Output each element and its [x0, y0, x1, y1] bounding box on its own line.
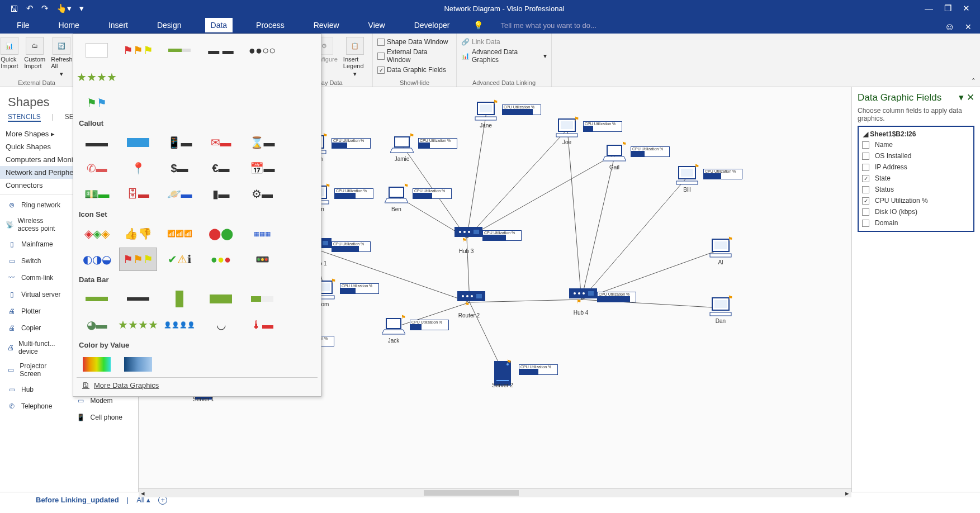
- tab-home[interactable]: Home: [53, 18, 85, 32]
- iconset-thumbs[interactable]: 👍👎: [119, 222, 157, 245]
- shape-comm-link[interactable]: 〰Comm-link: [0, 269, 69, 286]
- tab-review[interactable]: Review: [308, 18, 345, 32]
- gallery-item-flags2[interactable]: ⚑⚑: [78, 91, 116, 115]
- callout-text[interactable]: ▬▬: [78, 131, 116, 154]
- node-jane[interactable]: ⚑Jane: [474, 101, 498, 129]
- undo-icon[interactable]: ↶: [26, 3, 34, 13]
- dgf-source[interactable]: ◢ Sheet1$B2:I26: [861, 129, 971, 139]
- callout-planet[interactable]: 🪐▬: [160, 182, 198, 206]
- shape-plotter[interactable]: 🖨Plotter: [0, 303, 69, 320]
- shape-projector-screen[interactable]: ▭Projector Screen: [0, 359, 69, 381]
- tab-stencils[interactable]: STENCILS: [8, 113, 41, 122]
- gallery-item-stars[interactable]: ★★★★: [78, 65, 116, 89]
- callout-calendar[interactable]: 📅▬: [243, 156, 281, 180]
- shape-wireless-ap[interactable]: 📡Wireless access point: [0, 213, 69, 236]
- node-router2[interactable]: ⚑Router 2: [457, 291, 481, 319]
- callout-call[interactable]: ✆▬: [78, 156, 116, 180]
- iconset-status[interactable]: ✔⚠ℹ: [160, 248, 198, 271]
- node-gail[interactable]: ⚑Gail: [603, 143, 626, 170]
- gallery-item-bar2[interactable]: ▬ ▬: [202, 39, 240, 62]
- gallery-item-bar1[interactable]: [160, 39, 198, 62]
- callout-dollar[interactable]: $▬: [160, 156, 198, 180]
- touch-icon[interactable]: 👆▾: [56, 3, 72, 13]
- tab-data[interactable]: Data: [205, 18, 233, 32]
- quick-import-button[interactable]: 📊Quick Import: [0, 36, 20, 70]
- callout-money[interactable]: 💵▬: [78, 182, 116, 206]
- shape-copier[interactable]: 🖨Copier: [0, 320, 69, 336]
- iconset-lights[interactable]: 🚥: [243, 248, 281, 271]
- databar-5[interactable]: [243, 287, 281, 311]
- tab-process[interactable]: Process: [250, 18, 290, 32]
- shape-switch[interactable]: ▭Switch: [0, 253, 69, 269]
- gallery-item-dots[interactable]: ●●○○: [243, 39, 281, 62]
- dgf-field-cpu-utilization-[interactable]: ✓CPU Utilization %: [861, 195, 971, 206]
- shape-ring-network[interactable]: ⊚Ring network: [0, 197, 69, 213]
- callout-phone[interactable]: 📱▬: [160, 131, 198, 154]
- callout-database[interactable]: 🗄▬: [119, 182, 157, 206]
- node-jack[interactable]: ⚑Jack: [382, 316, 405, 344]
- dgf-field-ip-address[interactable]: IP Address: [861, 162, 971, 173]
- tab-file[interactable]: File: [11, 18, 35, 32]
- callout-fill[interactable]: [119, 131, 157, 154]
- restore-icon[interactable]: ❐: [944, 3, 951, 13]
- node-bill[interactable]: ⚑Bill: [675, 165, 699, 193]
- databar-3[interactable]: [160, 287, 198, 311]
- external-data-window-check[interactable]: External Data Window: [377, 47, 452, 65]
- save-icon[interactable]: 🖫: [10, 4, 18, 13]
- dgf-close-icon[interactable]: ✕: [967, 92, 974, 103]
- callout-hourglass[interactable]: ⌛▬: [243, 131, 281, 154]
- tab-design[interactable]: Design: [152, 18, 187, 32]
- advanced-data-graphics-button[interactable]: 📊 Advanced Data Graphics ▾: [461, 47, 547, 65]
- databar-4[interactable]: [202, 287, 240, 311]
- page-tab[interactable]: Before Linking_updated: [36, 496, 119, 504]
- callout-pin[interactable]: 📍: [119, 156, 157, 180]
- dgf-field-state[interactable]: ✓State: [861, 173, 971, 184]
- databar-pie[interactable]: ◕▬: [78, 313, 116, 336]
- databar-thermo[interactable]: 🌡▬: [243, 313, 281, 336]
- shape-data-window-check[interactable]: Shape Data Window: [377, 37, 448, 47]
- gallery-item-none[interactable]: [78, 39, 116, 62]
- callout-euro[interactable]: €▬: [202, 156, 240, 180]
- iconset-pies[interactable]: ◐◑◒: [78, 248, 116, 271]
- tab-insert[interactable]: Insert: [103, 18, 134, 32]
- dgf-field-name[interactable]: Name: [861, 139, 971, 150]
- databar-2[interactable]: [119, 287, 157, 311]
- shape-hub[interactable]: ▭Hub: [0, 381, 69, 398]
- iconset-flags-selected[interactable]: ⚑⚑⚑: [119, 248, 157, 271]
- callout-server[interactable]: ▮▬: [202, 182, 240, 206]
- dgf-field-domain[interactable]: Domain: [861, 217, 971, 229]
- node-dan[interactable]: ⚑Dan: [709, 297, 732, 324]
- node-ben[interactable]: ⚑Ben: [385, 185, 408, 212]
- close-icon[interactable]: ✕: [963, 3, 970, 13]
- dgf-field-disk-io-kbps-[interactable]: Disk IO (kbps): [861, 206, 971, 217]
- close-ribbon-icon[interactable]: ✕: [965, 22, 972, 31]
- dgf-field-os-installed[interactable]: OS Installed: [861, 150, 971, 162]
- data-graphic-fields-check[interactable]: ✓Data Graphic Fields: [377, 65, 446, 75]
- databar-1[interactable]: [78, 287, 116, 311]
- shape-cellphone[interactable]: 📱Cell phone: [69, 409, 139, 426]
- databar-people[interactable]: 👤👤👤👤: [160, 313, 198, 336]
- node-hub4[interactable]: ⚑Hub 4: [569, 288, 593, 316]
- iconset-traffic[interactable]: ●●●: [202, 248, 240, 271]
- horizontal-scrollbar[interactable]: ◂ ▸: [139, 488, 851, 497]
- colorby-rainbow[interactable]: [78, 353, 116, 376]
- feedback-smiley-icon[interactable]: ☺: [945, 21, 955, 33]
- shape-multifunction[interactable]: 🖨Multi-funct... device: [0, 336, 69, 359]
- node-joe[interactable]: ⚑Joe: [555, 118, 579, 145]
- node-al[interactable]: ⚑Al: [709, 238, 732, 265]
- dgf-field-status[interactable]: Status: [861, 184, 971, 195]
- refresh-all-button[interactable]: 🔄Refresh All▾: [50, 36, 74, 79]
- more-data-graphics-link[interactable]: 🖻 More Data Graphics: [77, 377, 318, 393]
- callout-gear[interactable]: ⚙▬: [243, 182, 281, 206]
- colorby-blues[interactable]: [119, 353, 157, 376]
- collapse-ribbon-icon[interactable]: ˄: [972, 77, 976, 86]
- gallery-item-flags[interactable]: ⚑⚑⚑: [119, 39, 157, 62]
- qat-more-icon[interactable]: ▾: [79, 3, 84, 13]
- tab-view[interactable]: View: [363, 18, 391, 32]
- tell-me-search[interactable]: Tell me what you want to do...: [501, 21, 596, 30]
- shape-virtual-server[interactable]: ▯Virtual server: [0, 286, 69, 303]
- databar-stars[interactable]: ★★★★: [119, 313, 157, 336]
- node-hub3[interactable]: ⚑Hub 3: [455, 227, 478, 254]
- insert-legend-button[interactable]: 📋Insert Legend▾: [342, 36, 368, 79]
- shape-telephone[interactable]: ✆Telephone: [0, 398, 69, 415]
